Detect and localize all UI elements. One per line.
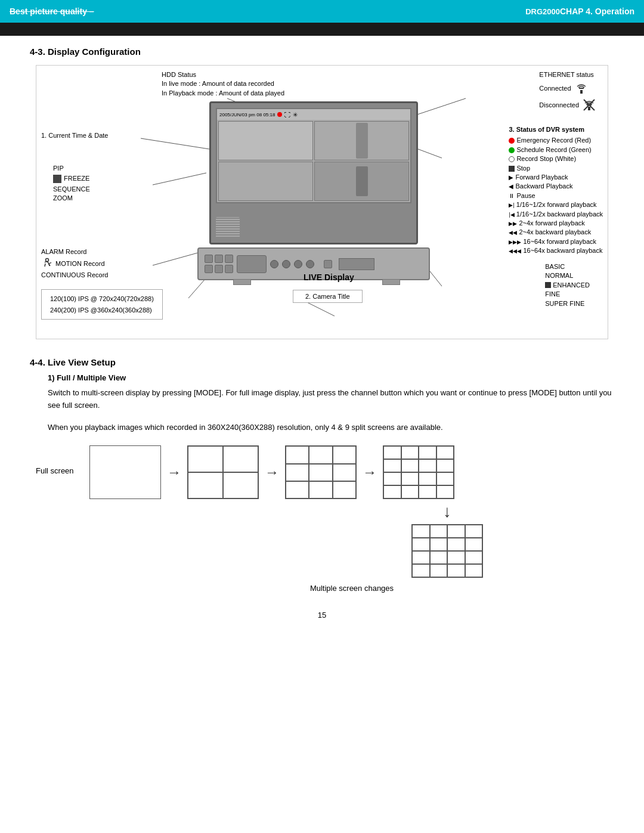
- section-44: 4-4. Live View Setup 1) Full / Multiple …: [30, 357, 614, 593]
- page-header: Best picture quality – DRG2000 CHAP 4. O…: [0, 0, 644, 23]
- dvr-long-button: [339, 258, 374, 270]
- header-chapter: CHAP 4. Operation: [560, 7, 634, 16]
- ethernet-disconnected-icon: [583, 98, 596, 112]
- page-number: 15: [30, 611, 614, 631]
- section-44-title: 4-4. Live View Setup: [30, 357, 614, 367]
- header-model: DRG2000: [525, 7, 560, 16]
- full-screen-label: Full screen: [36, 466, 74, 475]
- arrow-right-1: →: [167, 464, 181, 481]
- svg-point-15: [46, 259, 49, 262]
- body-text-1: Switch to multi-screen display by pressi…: [48, 387, 614, 412]
- dvr-button-grid: [205, 255, 233, 273]
- arrow-right-3: →: [363, 464, 377, 481]
- quality-annotation: BASIC NORMAL ENHANCED FINE SUPER FINE: [545, 262, 590, 308]
- camera-title-box: 2. Camera Title: [293, 290, 363, 303]
- svg-rect-9: [580, 90, 583, 94]
- motion-icon: [41, 258, 53, 270]
- subsection-1-title: 1) Full / Multiple View: [48, 373, 614, 382]
- current-time-annotation: 1. Current Time & Date: [41, 131, 109, 140]
- hdd-status-annotation: HDD Status In live mode : Amount of data…: [162, 70, 284, 98]
- pip-freeze-annotation: PIP FREEZE SEQUENCE ZOOM: [53, 164, 90, 203]
- ips-annotation: 120(100) IPS @ 720x240(720x288) 240(200)…: [41, 289, 163, 320]
- dvr-status-annotation: 3. Status of DVR system Emergency Record…: [509, 125, 603, 255]
- dvr-circle-buttons: [270, 260, 314, 268]
- alarm-record-annotation: ALARM Record MOTION Record CONTINUOUS Re…: [41, 247, 108, 280]
- multiple-screen-label: Multiple screen changes: [89, 584, 614, 593]
- screen-16split: [383, 445, 454, 499]
- ethernet-connected-label: Connected: [539, 84, 571, 93]
- live-display-label: LIVE Display: [304, 272, 354, 282]
- screen-16split-2: [411, 524, 483, 578]
- ips-box: 120(100) IPS @ 720x240(720x288) 240(200)…: [41, 289, 163, 320]
- arrow-right-2: →: [265, 464, 279, 481]
- svg-rect-11: [588, 107, 590, 110]
- screen-full: [89, 445, 161, 499]
- dvr-monitor: 2005/JUN/03 pm 08 05:18 ⛶ ✳: [209, 101, 418, 244]
- header-title-left: Best picture quality –: [10, 7, 524, 16]
- svg-rect-10: [579, 88, 584, 89]
- section-43-title: 4-3. Display Configuration: [30, 47, 614, 57]
- screen-top-bar: 2005/JUN/03 pm 08 05:18 ⛶ ✳: [217, 109, 410, 120]
- dvr-big-button: [237, 255, 267, 273]
- dvr-device: 2005/JUN/03 pm 08 05:18 ⛶ ✳: [197, 101, 430, 280]
- ethernet-annotation: ETHERNET status Connected Disconnected: [539, 70, 596, 112]
- body-text-2: When you playback images which recorded …: [48, 422, 614, 434]
- ethernet-label: ETHERNET status: [539, 70, 596, 79]
- ethernet-connected-icon: [575, 82, 588, 95]
- screen-9split: [285, 445, 357, 499]
- screen-4split: [187, 445, 259, 499]
- dvr-screen: 2005/JUN/03 pm 08 05:18 ⛶ ✳: [216, 108, 411, 203]
- screen-content: [217, 120, 410, 202]
- sub-band: [0, 23, 644, 36]
- ethernet-disconnected-label: Disconnected: [539, 101, 579, 110]
- arrow-down-1: ↓: [443, 502, 451, 521]
- display-config-diagram: HDD Status In live mode : Amount of data…: [36, 65, 608, 339]
- svg-line-6: [305, 301, 335, 316]
- main-content: 4-3. Display Configuration HDD Sta: [0, 36, 644, 643]
- dvr-small-button: [324, 260, 332, 268]
